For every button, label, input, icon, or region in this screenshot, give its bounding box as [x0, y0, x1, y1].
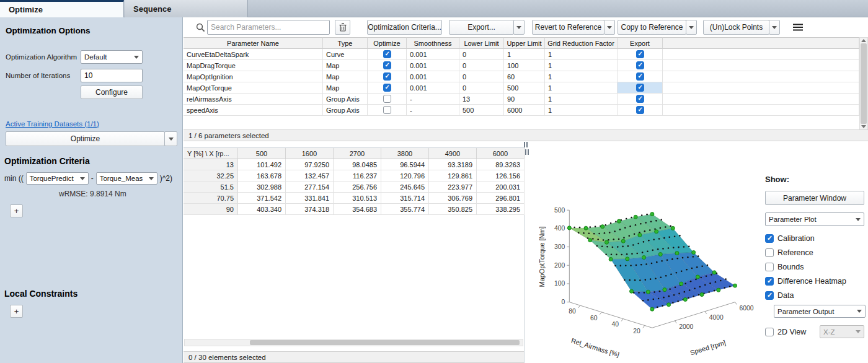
- map-cell[interactable]: 302.988: [238, 182, 286, 193]
- cell-upper-limit[interactable]: 6000: [504, 105, 545, 116]
- optimization-criteria-button[interactable]: Optimization Criteria...: [367, 20, 442, 35]
- optimize-checkbox[interactable]: [383, 50, 391, 58]
- optimize-checkbox[interactable]: [383, 72, 391, 81]
- table-row-mapdragtorque[interactable]: MapDragTorque Map 0.001 0 100 1: [184, 60, 859, 71]
- iterations-input[interactable]: [81, 69, 143, 82]
- algorithm-select[interactable]: Default: [81, 50, 143, 64]
- cell-lower-limit[interactable]: 0: [459, 60, 504, 71]
- cell-smoothness[interactable]: 0.001: [407, 71, 459, 82]
- scroll-down-icon[interactable]: [861, 125, 866, 128]
- cell-name[interactable]: relAirmassAxis: [184, 94, 323, 105]
- map-cell[interactable]: 223.977: [429, 182, 477, 193]
- add-constraint-button[interactable]: +: [10, 305, 23, 318]
- map-cell[interactable]: 245.645: [381, 182, 429, 193]
- cell-export-selected[interactable]: [618, 82, 663, 94]
- cell-export[interactable]: [618, 49, 663, 60]
- revert-to-reference-button[interactable]: Revert to Reference: [532, 20, 604, 35]
- map-cell[interactable]: 132.457: [286, 170, 334, 182]
- surface-plot-svg[interactable]: 010020030040050020004000600020406080Spee…: [529, 147, 763, 358]
- map-row[interactable]: 90 403.340 374.318 354.683 355.774 350.8…: [184, 204, 524, 215]
- map-cell[interactable]: 403.340: [238, 204, 286, 215]
- cell-type[interactable]: Group Axis: [323, 105, 368, 116]
- cell-upper-limit[interactable]: 60: [504, 71, 545, 82]
- table-row-mapopttorque[interactable]: MapOptTorque Map 0.001 0 500 1: [184, 82, 859, 94]
- cell-export[interactable]: [618, 105, 663, 116]
- surface-plot[interactable]: 010020030040050020004000600020406080Spee…: [529, 147, 764, 363]
- cell-grid-reduction[interactable]: 1: [545, 49, 618, 60]
- map-cell[interactable]: 354.683: [334, 204, 381, 215]
- cell-name[interactable]: MapOptTorque: [184, 82, 323, 94]
- parameter-window-button[interactable]: Parameter Window: [765, 191, 864, 205]
- map-cell[interactable]: 350.825: [429, 204, 477, 215]
- cell-name[interactable]: MapOptIgnition: [184, 71, 323, 82]
- map-row[interactable]: 13 101.492 97.9250 98.0485 96.5944 93.31…: [184, 159, 524, 170]
- optimize-button[interactable]: Optimize: [6, 131, 165, 146]
- map-cell[interactable]: 96.5944: [381, 159, 429, 170]
- cell-optimize[interactable]: [368, 82, 407, 94]
- bounds-checkbox[interactable]: [765, 263, 774, 271]
- export-checkbox[interactable]: [636, 106, 644, 114]
- cell-lower-limit[interactable]: 0: [459, 82, 504, 94]
- optimize-checkbox[interactable]: [383, 106, 391, 114]
- optimize-checkbox[interactable]: [383, 84, 391, 92]
- cell-type[interactable]: Map: [323, 71, 368, 82]
- cell-export[interactable]: [618, 94, 663, 105]
- scrollbar-thumb[interactable]: [861, 43, 867, 124]
- copy-to-reference-button[interactable]: Copy to Reference: [618, 20, 686, 35]
- map-cell[interactable]: 89.3263: [477, 159, 525, 170]
- cell-smoothness[interactable]: 0.001: [407, 49, 459, 60]
- map-cell[interactable]: 355.774: [381, 204, 429, 215]
- map-cell[interactable]: 97.9250: [286, 159, 334, 170]
- view-2d-checkbox[interactable]: [765, 328, 774, 336]
- cell-name[interactable]: speedAxis: [184, 105, 323, 116]
- scroll-up-icon[interactable]: [861, 39, 866, 42]
- map-cell[interactable]: 331.841: [286, 193, 334, 204]
- map-table-hscrollbar[interactable]: [184, 339, 523, 346]
- optimize-checkbox[interactable]: [383, 95, 391, 103]
- cell-upper-limit[interactable]: 100: [504, 60, 545, 71]
- cell-name[interactable]: MapDragTorque: [184, 60, 323, 71]
- cell-name[interactable]: CurveEtaDeltaSpark: [184, 49, 323, 60]
- map-cell[interactable]: 93.3189: [429, 159, 477, 170]
- map-cell[interactable]: 371.542: [238, 193, 286, 204]
- cell-type[interactable]: Map: [323, 60, 368, 71]
- map-row[interactable]: 70.75 371.542 331.841 310.513 315.714 30…: [184, 193, 524, 204]
- configure-button[interactable]: Configure: [81, 85, 143, 99]
- table-row-mapoptignition[interactable]: MapOptIgnition Map 0.001 0 60 1: [184, 71, 859, 82]
- cell-grid-reduction[interactable]: 1: [545, 82, 618, 94]
- map-row[interactable]: 51.5 302.988 277.154 256.756 245.645 223…: [184, 182, 524, 193]
- cell-lower-limit[interactable]: 0: [459, 49, 504, 60]
- cell-grid-reduction[interactable]: 1: [545, 94, 618, 105]
- difference-heatmap-checkbox[interactable]: [765, 277, 774, 286]
- cell-optimize[interactable]: [368, 71, 407, 82]
- export-dropdown-button[interactable]: [513, 20, 525, 35]
- vertical-splitter-handle[interactable]: [525, 149, 529, 155]
- horizontal-splitter-handle[interactable]: [524, 142, 528, 147]
- cell-grid-reduction[interactable]: 1: [545, 60, 618, 71]
- cell-grid-reduction[interactable]: 1: [545, 105, 618, 116]
- cell-optimize[interactable]: [368, 49, 407, 60]
- optimize-checkbox[interactable]: [383, 61, 391, 69]
- cell-smoothness[interactable]: -: [407, 94, 459, 105]
- unlock-dropdown-button[interactable]: [769, 20, 780, 35]
- delete-button[interactable]: [335, 20, 350, 35]
- export-checkbox[interactable]: [636, 72, 644, 81]
- active-training-datasets-link[interactable]: Active Training Datasets (1/1): [6, 120, 99, 128]
- cell-upper-limit[interactable]: 1: [504, 49, 545, 60]
- criteria-operand1-select[interactable]: TorquePredict: [26, 172, 89, 185]
- search-input[interactable]: [207, 20, 330, 35]
- add-criteria-button[interactable]: +: [10, 204, 23, 217]
- cell-lower-limit[interactable]: 0: [459, 71, 504, 82]
- export-checkbox[interactable]: [636, 50, 644, 58]
- map-cell[interactable]: 310.513: [334, 193, 381, 204]
- map-cell[interactable]: 277.154: [286, 182, 334, 193]
- menu-button[interactable]: [790, 20, 805, 35]
- copy-dropdown-button[interactable]: [686, 20, 697, 35]
- map-cell[interactable]: 374.318: [286, 204, 334, 215]
- cell-lower-limit[interactable]: 13: [459, 94, 504, 105]
- map-cell[interactable]: 306.769: [429, 193, 477, 204]
- map-cell[interactable]: 126.156: [477, 170, 525, 182]
- table-row-speedaxis[interactable]: speedAxis Group Axis - 500 6000 1: [184, 105, 859, 116]
- plot-type-select[interactable]: Parameter Plot: [765, 212, 864, 226]
- cell-optimize[interactable]: [368, 105, 407, 116]
